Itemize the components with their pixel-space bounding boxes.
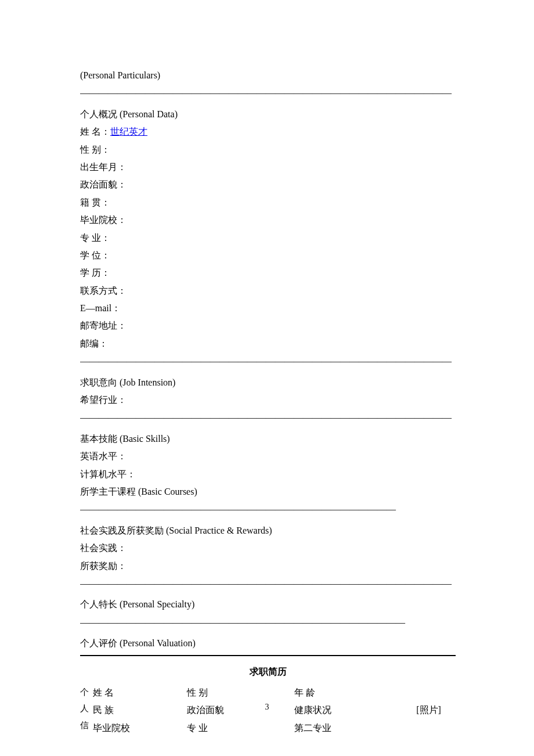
field-name-label: 姓 名： [80, 127, 110, 136]
divider: —————————————————————————————————— [80, 501, 456, 518]
field-computer: 计算机水平： [80, 466, 456, 483]
section-basic-skills-title: 基本技能 (Basic Skills) [80, 430, 456, 448]
divider: ———————————————————————————————————————— [80, 409, 456, 426]
divider: ———————————————————————————————————————— [80, 575, 456, 592]
field-degree: 学 位： [80, 247, 456, 264]
field-postcode: 邮编： [80, 335, 456, 352]
field-english: 英语水平： [80, 448, 456, 465]
field-political: 政治面貌： [80, 176, 456, 193]
field-rewards: 所获奖励： [80, 557, 456, 575]
field-email: E—mail： [80, 300, 456, 317]
field-courses: 所学主干课程 (Basic Courses) [80, 483, 456, 501]
table-row: 姓 名 性 别 年 龄 [93, 684, 456, 701]
field-school: 毕业院校： [80, 211, 456, 229]
field-practice: 社会实践： [80, 539, 456, 557]
field-mail-addr: 邮寄地址： [80, 317, 456, 334]
field-gender: 性 别： [80, 141, 456, 159]
field-contact: 联系方式： [80, 282, 456, 300]
divider: ———————————————————————————————————————— [80, 84, 456, 102]
cell-age: 年 龄 [294, 684, 402, 701]
section-social-practice-title: 社会实践及所获奖励 (Social Practice & Rewards) [80, 522, 456, 539]
section-job-intension-title: 求职意向 (Job Intension) [80, 374, 456, 391]
name-link[interactable]: 世纪英才 [110, 127, 147, 136]
cell-gender: 性 别 [187, 684, 294, 701]
cell-photo [402, 684, 456, 701]
thick-divider [80, 655, 456, 656]
side-l3: 信 [80, 717, 93, 734]
field-name: 姓 名：世纪英才 [80, 123, 456, 141]
field-birth: 出生年月： [80, 159, 456, 176]
page-number: 3 [0, 700, 534, 715]
cell-name: 姓 名 [93, 684, 187, 701]
field-major: 专 业： [80, 229, 456, 247]
side-l1: 个 [80, 684, 93, 701]
field-industry: 希望行业： [80, 391, 456, 409]
cell-major: 专 业 [187, 719, 294, 737]
section-personal-specialty-title: 个人特长 (Personal Specialty) [80, 596, 456, 613]
table-row: 毕业院校 专 业 第二专业 [93, 719, 456, 737]
resume2-title: 求职简历 [80, 663, 456, 681]
divider: ———————————————————————————————————————— [80, 352, 456, 370]
cell-second-major: 第二专业 [294, 719, 402, 737]
cell-school: 毕业院校 [93, 719, 187, 737]
section-personal-data-title: 个人概况 (Personal Data) [80, 106, 456, 123]
divider: ——————————————————————————————————— [80, 614, 456, 631]
field-education: 学 历： [80, 264, 456, 282]
header-title: (Personal Particulars) [80, 67, 456, 84]
section-personal-valuation-title: 个人评价 (Personal Valuation) [80, 635, 456, 652]
field-origin: 籍 贯： [80, 194, 456, 211]
